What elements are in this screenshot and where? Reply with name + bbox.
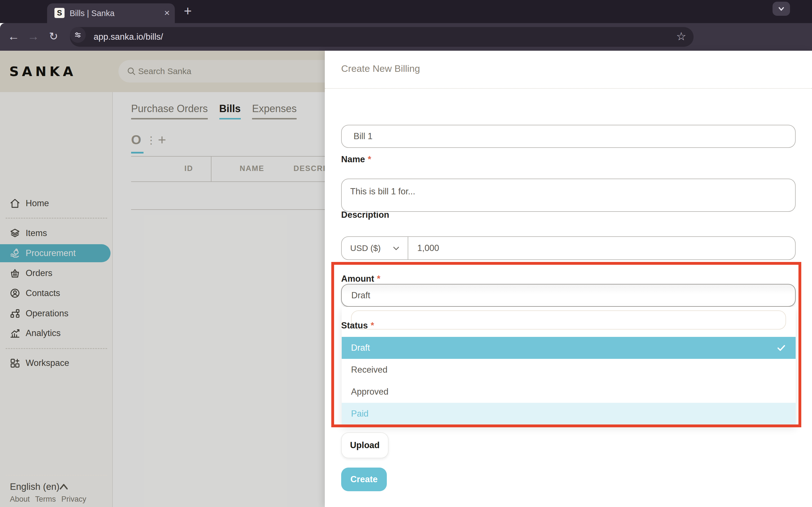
- browser-toolbar: ← → ↻ app.sanka.io/bills/ ☆ 9+: [0, 23, 812, 51]
- name-label: Name*: [341, 154, 371, 165]
- option-paid[interactable]: Paid: [342, 403, 796, 425]
- tab-title: Bills | Sanka: [70, 3, 114, 23]
- amount-field: USD ($) 1,000: [341, 236, 796, 260]
- option-draft[interactable]: Draft: [342, 337, 796, 359]
- status-label: Status*: [341, 321, 374, 331]
- new-tab-button[interactable]: +: [179, 2, 196, 21]
- tab-close-icon[interactable]: ×: [164, 3, 170, 23]
- panel-title: Create New Billing: [341, 63, 420, 74]
- field-divider: [408, 237, 408, 260]
- back-button[interactable]: ←: [5, 23, 22, 51]
- description-textarea[interactable]: This is bill 1 for...: [342, 179, 795, 211]
- modal-overlay[interactable]: [0, 51, 325, 507]
- currency-select[interactable]: USD ($): [342, 237, 408, 260]
- forward-button[interactable]: →: [25, 23, 42, 51]
- upload-button[interactable]: Upload: [341, 432, 389, 458]
- url-text: app.sanka.io/bills/: [94, 27, 163, 47]
- checkmark-icon: [776, 343, 786, 353]
- panel-divider: [325, 88, 812, 89]
- option-approved[interactable]: Approved: [342, 381, 796, 403]
- favicon: S: [54, 8, 64, 18]
- tab-search-button[interactable]: [772, 2, 790, 16]
- create-button[interactable]: Create: [341, 467, 387, 491]
- browser-tab[interactable]: S Bills | Sanka ×: [47, 3, 175, 23]
- name-input[interactable]: [342, 125, 795, 147]
- tune-icon: [73, 31, 82, 39]
- required-asterisk: *: [371, 321, 374, 330]
- description-field[interactable]: This is bill 1 for...: [341, 179, 796, 212]
- site-settings-button[interactable]: [70, 27, 86, 43]
- name-field[interactable]: [341, 125, 796, 148]
- currency-value: USD ($): [350, 237, 380, 260]
- chevron-down-icon: [777, 4, 785, 13]
- status-dropdown: Draft Received Approved Paid: [342, 307, 796, 425]
- required-asterisk: *: [368, 154, 371, 164]
- screen: S Bills | Sanka × + ← → ↻ app.sanka.io/b…: [0, 0, 812, 507]
- option-received[interactable]: Received: [342, 359, 796, 381]
- bookmark-star-icon[interactable]: ☆: [676, 27, 686, 47]
- status-select[interactable]: Draft: [341, 284, 796, 307]
- create-billing-panel: Create New Billing Name* Description Thi…: [325, 51, 812, 507]
- reload-button[interactable]: ↻: [45, 23, 62, 51]
- address-bar[interactable]: app.sanka.io/bills/ ☆: [70, 27, 694, 47]
- required-asterisk: *: [377, 274, 380, 284]
- amount-label: Amount*: [341, 274, 380, 284]
- amount-value[interactable]: 1,000: [417, 237, 439, 260]
- status-filter-input[interactable]: [351, 311, 786, 330]
- browser-tab-strip: S Bills | Sanka × +: [0, 0, 812, 23]
- sidebar-footer-divider: [6, 475, 107, 476]
- chevron-down-icon: [391, 244, 401, 253]
